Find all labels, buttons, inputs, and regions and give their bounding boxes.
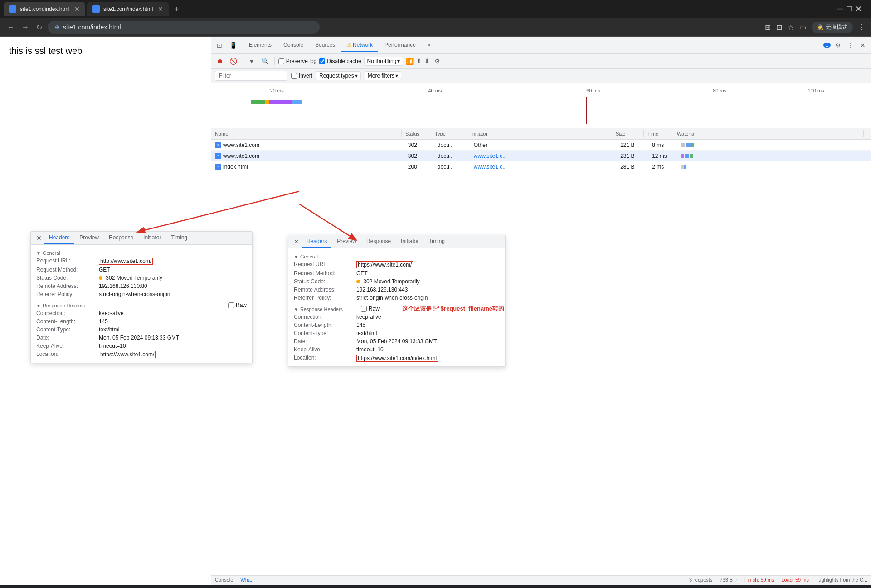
td-time-2: 12 ms: [648, 152, 678, 160]
more-toolbar-btn[interactable]: ⚙: [433, 56, 442, 67]
tab-network[interactable]: ⚠Network: [341, 39, 378, 52]
close-button[interactable]: ✕: [855, 4, 862, 14]
highlights-text: ...ighlights from the C...: [816, 577, 867, 583]
disable-cache-text: Disable cache: [327, 58, 361, 64]
ptab-headers-right[interactable]: Headers: [302, 235, 331, 248]
keep-alive-label-left: Keep-Alive:: [36, 343, 95, 349]
maximize-button[interactable]: □: [847, 4, 852, 14]
clear-button[interactable]: 🚫: [228, 56, 239, 67]
bookmark-icon[interactable]: ☆: [788, 23, 794, 32]
request-types-dropdown[interactable]: Request types ▾: [316, 71, 361, 80]
throttle-dropdown[interactable]: No throttling ▾: [364, 57, 404, 66]
tab-console[interactable]: Console: [278, 39, 309, 52]
tab-close-2[interactable]: ✕: [158, 5, 163, 13]
what-tab[interactable]: Wha...: [240, 577, 255, 583]
filter-icon-button[interactable]: ▼: [247, 56, 257, 67]
sidebar-icon[interactable]: ▭: [799, 23, 806, 32]
back-button[interactable]: ←: [5, 21, 16, 33]
table-row[interactable]: ≡ index.html 200 docu... www.site1.c... …: [211, 161, 871, 172]
incognito-button[interactable]: 🕵 无痕模式: [812, 22, 853, 33]
disable-cache-label[interactable]: Disable cache: [319, 58, 361, 64]
url-bar[interactable]: ⊕ site1.com/index.html: [48, 21, 320, 34]
download-icon[interactable]: ⬇: [424, 58, 430, 65]
tab-1[interactable]: site1.com/index.html ✕: [4, 2, 85, 16]
timeline-tick-80ms: 80 ms: [713, 88, 726, 93]
td-initiator-2[interactable]: www.site1.c...: [470, 152, 617, 160]
panel-right-tabs: ✕ Headers Preview Response Initiator Tim…: [288, 235, 505, 248]
devtools-close-icon[interactable]: ✕: [858, 40, 867, 51]
raw-input-right[interactable]: [361, 306, 367, 312]
ptab-headers-left[interactable]: Headers: [44, 232, 74, 244]
ptab-response-left[interactable]: Response: [104, 232, 138, 244]
table-row[interactable]: ≡ www.site1.com 302 docu... www.site1.c.…: [211, 151, 871, 161]
preserve-log-checkbox[interactable]: [278, 58, 284, 64]
screenshot-icon[interactable]: ⊡: [776, 23, 782, 32]
settings-icon[interactable]: ⚙: [833, 40, 843, 51]
minimize-button[interactable]: ─: [837, 4, 843, 14]
table-row[interactable]: ≡ www.site1.com 302 docu... Other 221 B …: [211, 140, 871, 151]
tab-2[interactable]: site1.com/index.html ✕: [87, 2, 169, 16]
tab-performance[interactable]: Performance: [379, 39, 421, 52]
upload-icon[interactable]: ⬆: [416, 58, 422, 65]
td-initiator-1: Other: [470, 141, 617, 149]
request-method-row-left: Request Method: GET: [36, 266, 247, 274]
content-length-label-left: Content-Length:: [36, 318, 95, 325]
content-type-value-right: text/html: [356, 330, 377, 336]
devtools-device-icon[interactable]: 📱: [228, 40, 239, 51]
preserve-log-label[interactable]: Preserve log: [278, 58, 316, 64]
network-toolbar: ⏺ 🚫 ▼ 🔍 Preserve log Disable cache No th…: [211, 54, 871, 69]
td-waterfall-2: [678, 153, 871, 159]
url-text: site1.com/index.html: [63, 24, 121, 31]
raw-checkbox-left[interactable]: Raw: [228, 302, 247, 308]
disable-cache-checkbox[interactable]: [319, 58, 325, 64]
invert-label[interactable]: Invert: [291, 73, 312, 79]
ptab-response-right[interactable]: Response: [362, 235, 395, 248]
forward-button[interactable]: →: [20, 21, 31, 33]
search-button[interactable]: 🔍: [259, 56, 271, 67]
ptab-preview-right[interactable]: Preview: [332, 235, 361, 248]
devtools-tab-bar: ⊡ 📱 Elements Console Sources ⚠Network Pe…: [211, 37, 871, 54]
address-bar: ← → ↻ ⊕ site1.com/index.html ⊞ ⊡ ☆ ▭ 🕵 无…: [0, 18, 871, 37]
tab-more[interactable]: »: [422, 39, 436, 52]
tab-elements[interactable]: Elements: [243, 39, 277, 52]
panel-left-close[interactable]: ✕: [34, 232, 44, 244]
filter-input[interactable]: [215, 71, 287, 81]
tl-bar-green: [251, 100, 265, 104]
ptab-preview-left[interactable]: Preview: [75, 232, 103, 244]
reload-button[interactable]: ↻: [34, 21, 44, 34]
console-tab[interactable]: Console: [215, 577, 233, 583]
record-button[interactable]: ⏺: [215, 56, 225, 67]
tab-favicon-2: [92, 5, 100, 13]
tab-favicon-1: [9, 5, 16, 13]
td-time-1: 8 ms: [648, 141, 678, 149]
panel-right-close[interactable]: ✕: [292, 235, 301, 248]
issues-badge[interactable]: 1: [823, 43, 831, 48]
grid-icon[interactable]: ⊞: [765, 23, 771, 32]
response-headers-title-row-left: ▼ Response Headers Raw: [36, 301, 247, 309]
th-name: Name: [211, 130, 402, 137]
ptab-timing-left[interactable]: Timing: [166, 232, 192, 244]
keep-alive-row-left: Keep-Alive: timeout=10: [36, 342, 247, 350]
request-types-label: Request types: [319, 73, 354, 79]
raw-input-left[interactable]: [228, 302, 234, 308]
more-filters-dropdown[interactable]: More filters ▾: [365, 71, 401, 80]
ptab-initiator-left[interactable]: Initiator: [139, 232, 165, 244]
ptab-initiator-right[interactable]: Initiator: [396, 235, 423, 248]
menu-icon[interactable]: ⋮: [858, 23, 866, 32]
timeline-chart: [238, 97, 871, 124]
table-body: ≡ www.site1.com 302 docu... Other 221 B …: [211, 140, 871, 172]
request-url-row-left: Request URL: http://www.site1.com/: [36, 257, 247, 266]
invert-checkbox[interactable]: [291, 73, 297, 79]
new-tab-button[interactable]: +: [170, 5, 183, 14]
td-name-2: ≡ www.site1.com: [211, 152, 404, 160]
raw-checkbox-right[interactable]: Raw: [361, 306, 380, 312]
ptab-timing-right[interactable]: Timing: [424, 235, 449, 248]
timeline-tick-60ms: 60 ms: [586, 88, 600, 93]
devtools-more-icon[interactable]: ⋮: [846, 40, 856, 51]
tab-close-1[interactable]: ✕: [74, 5, 80, 13]
tab-sources[interactable]: Sources: [310, 39, 341, 52]
content-type-value-left: text/html: [99, 326, 119, 333]
timeline-bars-group: [251, 100, 302, 104]
devtools-inspect-icon[interactable]: ⊡: [215, 40, 224, 51]
td-initiator-3[interactable]: www.site1.c...: [470, 163, 617, 171]
